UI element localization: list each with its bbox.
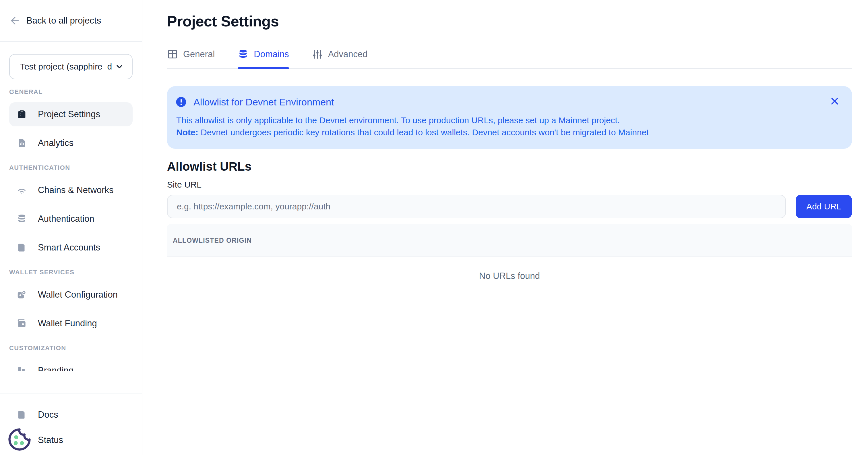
back-to-projects-button[interactable]: Back to all projects (0, 0, 142, 42)
wallet-card-icon (16, 318, 28, 329)
clipboard-list-icon (16, 109, 28, 120)
close-icon (830, 96, 840, 106)
sidebar-item-wallet-funding[interactable]: Wallet Funding (9, 311, 133, 336)
tab-domains[interactable]: Domains (238, 49, 289, 68)
sidebar-item-docs[interactable]: Docs (9, 403, 133, 427)
section-label: GENERAL (9, 88, 133, 95)
wifi-icon (16, 184, 28, 196)
alert-circle-icon (175, 96, 187, 108)
banner-body: This allowlist is only applicable to the… (176, 114, 825, 138)
sidebar-item-label: Authentication (38, 214, 94, 224)
tab-label: Domains (254, 49, 289, 59)
nav-section-wallet-services: WALLET SERVICES Wallet Configuration Wal… (0, 269, 142, 336)
banner-line-1: This allowlist is only applicable to the… (176, 114, 825, 126)
arrow-left-icon (9, 15, 21, 26)
add-url-button[interactable]: Add URL (796, 195, 852, 218)
section-label: CUSTOMIZATION (9, 345, 133, 351)
chevron-down-icon (115, 62, 124, 71)
sidebar-item-smart-accounts[interactable]: Smart Accounts (9, 235, 133, 260)
sidebar-item-label: Status (38, 435, 63, 445)
file-icon (16, 242, 28, 253)
sidebar-item-label: Wallet Configuration (38, 289, 118, 300)
branding-icon (16, 365, 28, 371)
main-content: Project Settings General Domains Advance… (143, 0, 868, 455)
sidebar-item-label: Chains & Networks (38, 185, 114, 195)
cookie-consent-icon[interactable] (7, 427, 32, 452)
sidebar-nav: GENERAL Project Settings Analytics AUTHE… (0, 84, 142, 371)
sidebar-item-project-settings[interactable]: Project Settings (9, 102, 133, 126)
nav-section-customization: CUSTOMIZATION Branding (0, 345, 142, 371)
tab-label: Advanced (328, 49, 368, 59)
allowlist-heading: Allowlist URLs (167, 160, 852, 173)
tab-label: General (183, 49, 215, 59)
page-title: Project Settings (167, 12, 852, 30)
file-icon (16, 409, 28, 421)
nav-section-general: GENERAL Project Settings Analytics (0, 88, 142, 155)
nav-section-authentication: AUTHENTICATION Chains & Networks Authent… (0, 164, 142, 260)
tab-bar: General Domains Advanced (167, 49, 852, 69)
database-icon (238, 49, 249, 60)
sidebar-item-label: Wallet Funding (38, 318, 97, 329)
allowlisted-origin-table: ALLOWLISTED ORIGIN No URLs found (167, 224, 852, 295)
add-url-row: Add URL (167, 195, 852, 218)
wallet-gear-icon (16, 289, 28, 301)
devnet-allowlist-banner: Allowlist for Devnet Environment This al… (167, 86, 852, 149)
sidebar-item-label: Analytics (38, 138, 73, 148)
tab-general[interactable]: General (167, 49, 215, 68)
app-window: Back to all projects Test project (sapph… (0, 0, 868, 455)
sidebar-item-label: Branding (38, 365, 73, 371)
table-empty-state: No URLs found (167, 257, 852, 295)
sidebar-item-branding[interactable]: Branding (9, 359, 133, 371)
table-header-row: ALLOWLISTED ORIGIN (167, 224, 852, 257)
banner-title: Allowlist for Devnet Environment (193, 96, 334, 108)
banner-note-text: Devnet undergoes periodic key rotations … (198, 127, 649, 137)
section-label: AUTHENTICATION (9, 164, 133, 171)
section-label: WALLET SERVICES (9, 269, 133, 276)
banner-close-button[interactable] (828, 94, 842, 108)
sidebar-item-chains-networks[interactable]: Chains & Networks (9, 178, 133, 202)
sliders-icon (312, 49, 323, 60)
sidebar-item-label: Smart Accounts (38, 243, 100, 253)
sidebar-item-wallet-configuration[interactable]: Wallet Configuration (9, 283, 133, 307)
sidebar-item-analytics[interactable]: Analytics (9, 131, 133, 155)
project-selector[interactable]: Test project (sapphire_d (9, 54, 133, 79)
file-chart-icon (16, 137, 28, 149)
banner-note-label: Note: (176, 127, 198, 137)
site-url-input[interactable] (167, 195, 786, 218)
project-selector-value: Test project (sapphire_d (20, 62, 112, 72)
grid-icon (167, 49, 178, 60)
site-url-label: Site URL (167, 180, 852, 190)
sidebar-item-label: Docs (38, 409, 58, 420)
database-icon (16, 213, 28, 225)
sidebar-item-label: Project Settings (38, 109, 100, 119)
banner-line-2: Note: Devnet undergoes periodic key rota… (176, 126, 825, 138)
tab-advanced[interactable]: Advanced (312, 49, 368, 68)
sidebar-item-authentication[interactable]: Authentication (9, 207, 133, 231)
table-header-allowlisted-origin: ALLOWLISTED ORIGIN (173, 237, 252, 244)
sidebar: Back to all projects Test project (sapph… (0, 0, 143, 455)
back-label: Back to all projects (26, 16, 101, 26)
